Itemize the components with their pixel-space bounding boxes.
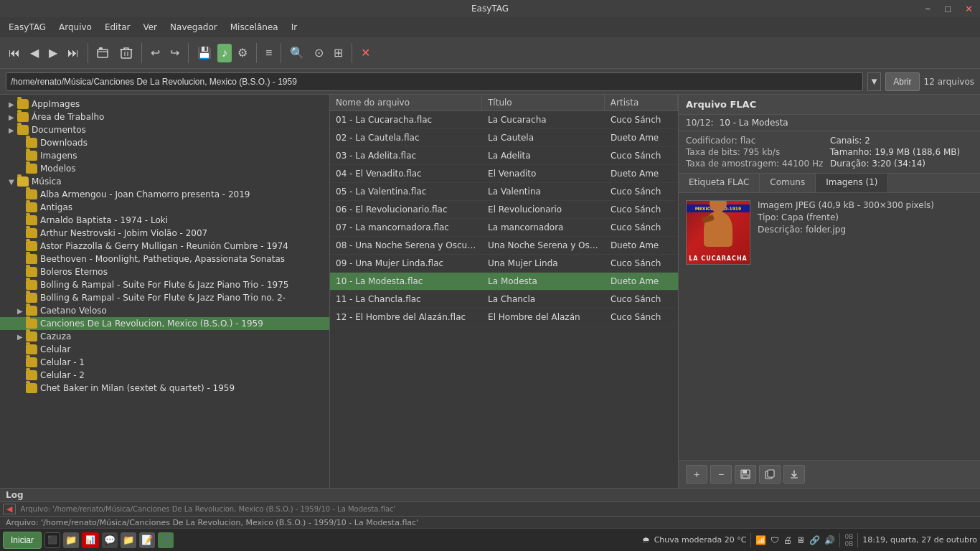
tree-item-bolling2[interactable]: Bolling & Rampal - Suite For Flute & Jaz… xyxy=(0,291,329,304)
file-row[interactable]: 04 - El Venadito.flac El Venadito Dueto … xyxy=(330,165,678,183)
file-row-selected[interactable]: 10 - La Modesta.flac La Modesta Dueto Am… xyxy=(330,273,678,291)
tree-arrow[interactable]: ▶ xyxy=(9,100,17,108)
taskbar-icon-files[interactable]: 📁 xyxy=(63,532,79,548)
file-row[interactable]: 02 - La Cautela.flac La Cautela Dueto Am… xyxy=(330,129,678,147)
tree-arrow[interactable]: ▶ xyxy=(17,307,26,315)
file-row[interactable]: 09 - Una Mujer Linda.flac Una Mujer Lind… xyxy=(330,255,678,273)
maximize-button[interactable]: □ xyxy=(941,4,955,14)
tree-arrow[interactable]: ▶ xyxy=(17,333,26,341)
save-button[interactable]: 💾 xyxy=(193,43,216,62)
tree-item-beethoven[interactable]: Beethoven - Moonlight, Pathetique, Apass… xyxy=(0,253,329,265)
menu-editar[interactable]: Editar xyxy=(99,21,136,34)
cdrom-button[interactable]: ⊙ xyxy=(310,43,328,62)
taskbar-icon-app1[interactable]: 📊 xyxy=(82,532,99,548)
tree-item-boleros[interactable]: Boleros Eternos xyxy=(0,265,329,278)
tree-item-alba[interactable]: Alba Armengou - Joan Chamorro presenta -… xyxy=(0,188,329,201)
tree-item-celular[interactable]: Celular xyxy=(0,343,329,356)
tree-label: Chet Baker in Milan (sextet & quartet) -… xyxy=(40,383,235,393)
next-button[interactable]: ▶ xyxy=(44,43,62,62)
save-image-button[interactable] xyxy=(735,465,756,484)
path-input[interactable] xyxy=(6,72,863,91)
menu-easytag[interactable]: EasyTAG xyxy=(3,21,52,34)
taskbar-icon-easytag[interactable]: 🎵 xyxy=(158,532,174,548)
file-row[interactable]: 12 - El Hombre del Alazán.flac El Hombre… xyxy=(330,309,678,326)
tree-arrow[interactable]: ▶ xyxy=(9,126,17,134)
menu-ver[interactable]: Ver xyxy=(137,21,163,34)
menu-miscelanea[interactable]: Miscelânea xyxy=(225,21,284,34)
col-header-filename[interactable]: Nome do arquivo xyxy=(330,95,482,110)
tree-item-chet[interactable]: Chet Baker in Milan (sextet & quartet) -… xyxy=(0,382,329,395)
tree-item-cazuza[interactable]: ▶ Cazuza xyxy=(0,330,329,343)
last-button[interactable]: ⏭ xyxy=(63,44,83,62)
tab-comuns[interactable]: Comuns xyxy=(760,174,816,192)
tree-item-modelos[interactable]: Modelos xyxy=(0,162,329,175)
remove-image-button[interactable]: − xyxy=(710,465,732,484)
file-cell-artist: Dueto Ame xyxy=(605,239,678,252)
tree-arrow[interactable]: ▼ xyxy=(9,178,17,186)
add-image-button[interactable]: + xyxy=(686,465,707,484)
tree-item-appiamges[interactable]: ▶ AppImages xyxy=(0,98,329,110)
image-row: MEXICO 1910-1919 LA CUCARACHA Imagem JPE… xyxy=(686,200,973,265)
taskbar-icon-app3[interactable]: 📁 xyxy=(121,532,136,548)
col-header-artist[interactable]: Artista xyxy=(605,95,678,110)
start-button[interactable]: Iniciar xyxy=(3,532,42,549)
minimize-button[interactable]: − xyxy=(921,4,936,14)
tree-item-bolling1[interactable]: Bolling & Rampal - Suite For Flute & Jaz… xyxy=(0,278,329,291)
tree-item-musica[interactable]: ▼ Música xyxy=(0,175,329,188)
tree-item-area-trabalho[interactable]: ▶ Área de Trabalho xyxy=(0,110,329,123)
save-all-button[interactable]: ⊞ xyxy=(329,43,347,62)
tree-item-astor[interactable]: Astor Piazzolla & Gerry Mulligan - Reuni… xyxy=(0,240,329,253)
folder-icon xyxy=(26,189,37,199)
menu-arquivo[interactable]: Arquivo xyxy=(53,21,98,34)
tree-item-canciones[interactable]: Canciones De La Revolucion, Mexico (B.S.… xyxy=(0,317,329,330)
path-dropdown-button[interactable]: ▼ xyxy=(867,72,881,91)
prev-button[interactable]: ◀ xyxy=(26,43,43,62)
tab-imagens[interactable]: Imagens (1) xyxy=(816,174,888,192)
open-file-button[interactable] xyxy=(93,44,114,62)
add-music-button[interactable]: ♪ xyxy=(217,44,232,62)
image-info: Imagem JPEG (40,9 kB - 300×300 pixels) xyxy=(758,200,973,210)
cancel-button[interactable]: ✕ xyxy=(357,43,374,62)
first-button[interactable]: ⏮ xyxy=(4,44,24,62)
file-row[interactable]: 01 - La Cucaracha.flac La Cucaracha Cuco… xyxy=(330,111,678,129)
tab-etiqueta[interactable]: Etiqueta FLAC xyxy=(679,174,760,192)
volume-icon[interactable]: 🔊 xyxy=(824,535,835,545)
col-header-title[interactable]: Título xyxy=(482,95,605,110)
menu-ir[interactable]: Ir xyxy=(286,21,303,34)
file-list-body[interactable]: 01 - La Cucaracha.flac La Cucaracha Cuco… xyxy=(330,111,678,488)
tree-item-downloads[interactable]: Downloads xyxy=(0,136,329,149)
file-row[interactable]: 05 - La Valentina.flac La Valentina Cuco… xyxy=(330,183,678,201)
undo-button[interactable]: ↩ xyxy=(146,43,164,62)
tree-item-arnaldo[interactable]: Arnaldo Baptista - 1974 - Loki xyxy=(0,214,329,227)
file-row[interactable]: 03 - La Adelita.flac La Adelita Cuco Sán… xyxy=(330,147,678,165)
file-row[interactable]: 11 - La Chancla.flac La Chancla Cuco Sán… xyxy=(330,291,678,309)
menu-navegador[interactable]: Navegador xyxy=(164,21,223,34)
tree-item-antigas[interactable]: Antigas xyxy=(0,201,329,214)
list-button[interactable]: ≡ xyxy=(261,44,276,62)
image-toolbar: + − xyxy=(679,460,980,488)
tree-item-caetano[interactable]: ▶ Caetano Veloso xyxy=(0,304,329,317)
log-scroll-indicator[interactable]: ◀ xyxy=(3,504,16,514)
tree-item-documentos[interactable]: ▶ Documentos xyxy=(0,123,329,136)
tree-item-celular2[interactable]: Celular - 2 xyxy=(0,369,329,382)
file-row[interactable]: 07 - La mancornadora.flac La mancornador… xyxy=(330,219,678,237)
tree-item-imagens[interactable]: Imagens xyxy=(0,149,329,162)
taskbar-icon-app4[interactable]: 📝 xyxy=(139,532,155,548)
export-image-button[interactable] xyxy=(783,465,805,484)
delete-button[interactable] xyxy=(116,44,137,62)
taskbar-icon-app2[interactable]: 💬 xyxy=(102,532,118,548)
tree-arrow[interactable]: ▶ xyxy=(9,113,17,121)
folder-tree[interactable]: ▶ AppImages ▶ Área de Trabalho ▶ Documen… xyxy=(0,95,330,488)
copy-image-button[interactable] xyxy=(759,465,781,484)
redo-button[interactable]: ↪ xyxy=(166,43,184,62)
open-directory-button[interactable]: Abrir xyxy=(885,72,919,91)
tree-label: Downloads xyxy=(40,138,88,148)
tree-item-celular1[interactable]: Celular - 1 xyxy=(0,356,329,369)
scanner-button[interactable]: ⚙ xyxy=(233,43,252,62)
tree-item-arthur[interactable]: Arthur Nestrovski - Jobim Violão - 2007 xyxy=(0,227,329,240)
search-button[interactable]: 🔍 xyxy=(286,43,308,62)
close-button[interactable]: ✕ xyxy=(961,4,977,14)
file-row[interactable]: 08 - Una Noche Serena y Oscura.flac Una … xyxy=(330,237,678,255)
taskbar-icon-terminal[interactable]: ⬛ xyxy=(44,532,60,548)
file-row[interactable]: 06 - El Revolucionario.flac El Revolucio… xyxy=(330,201,678,219)
